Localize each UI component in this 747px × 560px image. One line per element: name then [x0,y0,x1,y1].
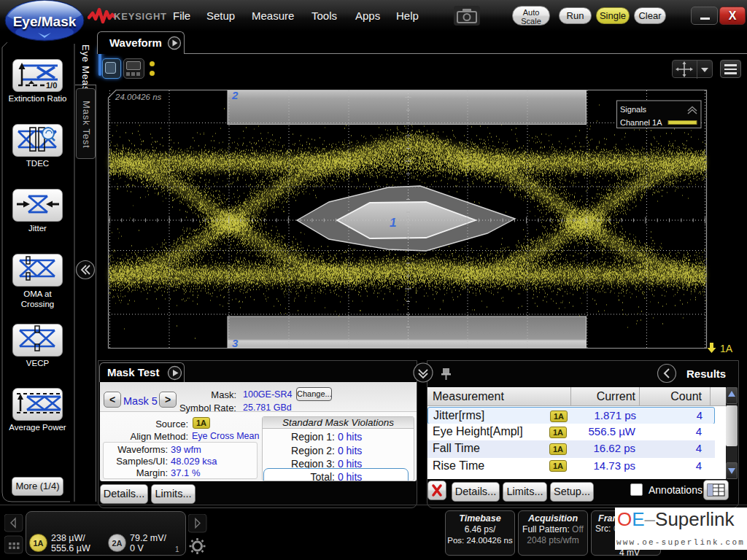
svg-text:3: 3 [232,337,239,349]
svg-text:24.00426 ns: 24.00426 ns [115,93,162,101]
svg-text:Signals: Signals [620,105,647,114]
svg-text:Channel 1A: Channel 1A [620,118,662,127]
svg-text:2: 2 [231,89,239,101]
svg-text:1: 1 [390,216,396,230]
svg-text:1A: 1A [720,343,733,354]
